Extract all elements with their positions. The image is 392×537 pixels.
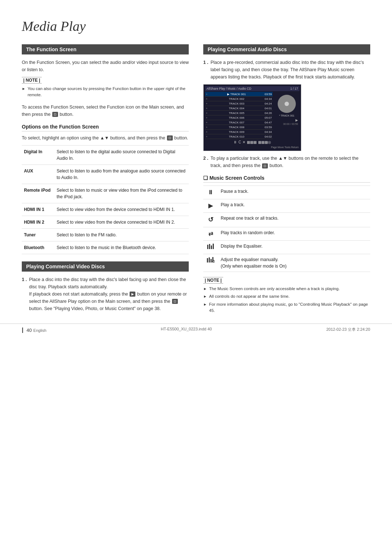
control-pause-icon: ⏸ — [233, 140, 237, 144]
track-name: TRACK 010 — [229, 135, 244, 138]
track-add-icon: + — [206, 107, 208, 110]
function-screen-header: The Function Screen — [22, 44, 189, 54]
control-desc-play: Play a track. — [218, 199, 370, 213]
track-name: TRACK 007 — [229, 121, 244, 124]
track-row: + TRACK 010 04:02 — [205, 134, 273, 139]
track-add-icon: + — [206, 97, 208, 101]
track-row: + TRACK 008 03:59 — [205, 125, 273, 130]
page-number-block: | 40 English — [22, 327, 46, 333]
option-label-hdmi2: HDMI IN 2 — [22, 216, 54, 228]
svg-rect-4 — [207, 258, 208, 263]
track-time: 04:02 — [265, 135, 272, 138]
svg-rect-6 — [211, 259, 212, 263]
table-row: ⏸ Pause a track. — [203, 186, 370, 199]
track-row: + TRACK 002 04:34 — [205, 97, 273, 101]
function-button-icon: ⊡ — [52, 112, 58, 117]
option-label-remote-ipod: Remote iPod — [22, 184, 54, 203]
track-row: + TRACK 007 04:47 — [205, 120, 273, 125]
control-desc-eq: Display the Equaliser. — [218, 241, 370, 254]
list-item: 1 . Place a pre-recorded, commercial aud… — [203, 59, 370, 81]
track-time: 04:47 — [265, 121, 272, 124]
function-screen-body: To access the Function Screen, select th… — [22, 103, 189, 118]
track-name: ▶ TRACK 001 — [227, 93, 246, 96]
option-label-bluetooth: Bluetooth — [22, 241, 54, 254]
audio-discs-steps: 1 . Place a pre-recorded, commercial aud… — [203, 59, 370, 81]
table-row: Digital In Select to listen to the digit… — [22, 145, 189, 164]
page-lang: English — [33, 328, 46, 333]
option-desc-aux: Select to listen to audio from the analo… — [54, 164, 189, 184]
option-label-aux: AUX — [22, 164, 54, 184]
disc-image — [278, 95, 296, 113]
note-item-1: You can also change sources by pressing … — [22, 86, 189, 98]
table-row: Adjust the equaliser manually.(Only when… — [203, 254, 370, 272]
table-row: HDMI IN 1 Select to view video from the … — [22, 203, 189, 216]
allshare-header-left: AllShare Play / Music / Audio CD — [207, 87, 251, 90]
track-add-icon: + — [206, 126, 208, 129]
track-add-icon: + — [206, 135, 208, 138]
page-footer: | 40 English HT-E5500_XU_0223.indd 40 20… — [0, 324, 392, 333]
control-icon-shuffle: ⇄ — [203, 227, 218, 241]
time-display: 00:00 / 03:59 — [275, 123, 298, 125]
table-row: Remote iPod Select to listen to music or… — [22, 184, 189, 203]
control-desc-eq-manual: Adjust the equaliser manually.(Only when… — [218, 254, 370, 272]
svg-rect-3 — [213, 244, 214, 249]
option-label-tuner: Tuner — [22, 228, 54, 241]
track-name: TRACK 006 — [229, 116, 244, 119]
page-title: Media Play — [22, 18, 370, 34]
table-row: Bluetooth Select to listen to the music … — [22, 241, 189, 254]
track-add-icon: + — [206, 111, 208, 115]
allshare-header: AllShare Play / Music / Audio CD 1 / 17 — [205, 86, 299, 91]
track-row: + ▶ TRACK 001 03:59 — [205, 92, 273, 97]
allshare-track-list: + ▶ TRACK 001 03:59 + TRACK 002 04:34 + … — [205, 92, 299, 139]
table-row: ↺ Repeat one track or all tracks. — [203, 213, 370, 227]
option-desc-bluetooth: Select to listen to the music in the Blu… — [54, 241, 189, 254]
allshare-screen: AllShare Play / Music / Audio CD 1 / 17 … — [203, 84, 301, 151]
music-controls-header: ❑ Music Screen Controls — [203, 175, 370, 183]
control-icon-pause: ⏸ — [203, 186, 218, 199]
allshare-controls: ⏸ C ✕ ▦▦▦ ▦▦▦◎ — [205, 139, 299, 145]
track-add-icon: + — [206, 93, 208, 96]
note-item-2b: All controls do not appear at the same t… — [203, 293, 370, 300]
allshare-header-right: 1 / 17 — [290, 87, 298, 90]
control-icon-play: ▶ — [203, 199, 218, 213]
track-name: TRACK 004 — [229, 107, 244, 110]
control-icon-eq — [203, 241, 218, 254]
note-box-1: | NOTE | You can also change sources by … — [22, 77, 189, 98]
print-date: 2012-02-23 오후 2:24:20 — [326, 327, 370, 333]
note-box-2: | NOTE | The Music Screen controls are o… — [203, 277, 370, 314]
option-label-digital-in: Digital In — [22, 145, 54, 164]
options-subsection-header: Options on the Function Screen — [22, 124, 189, 131]
track-time: 04:34 — [265, 97, 272, 101]
audio-step-1-text: Place a pre-recorded, commercial audio d… — [211, 60, 364, 80]
file-ref: HT-E5500_XU_0223.indd 40 — [161, 327, 212, 333]
left-column: The Function Screen On the Function Scre… — [22, 44, 189, 319]
option-desc-tuner: Select to listen to the FM radio. — [54, 228, 189, 241]
list-item: 1 . Place a disc into the disc tray with… — [22, 276, 189, 312]
control-c-icon: C — [238, 140, 241, 144]
play-button-icon-1: ▶ — [130, 292, 135, 297]
audio-discs-header: Playing Commercial Audio Discs — [203, 44, 370, 54]
page-number: | 40 — [22, 327, 33, 333]
video-discs-section: Playing Commercial Video Discs 1 . Place… — [22, 261, 189, 312]
table-row: ⇄ Play tracks in random order. — [203, 227, 370, 241]
control-icon-repeat: ↺ — [203, 213, 218, 227]
ok-button-icon: ⊡ — [167, 135, 173, 141]
track-add-icon: + — [206, 116, 208, 119]
track-time: 04:24 — [265, 102, 272, 105]
video-discs-header: Playing Commercial Video Discs — [22, 261, 189, 272]
music-controls-bullet: ❑ — [203, 175, 209, 181]
right-column: Playing Commercial Audio Discs 1 . Place… — [203, 44, 370, 319]
control-eq-icon: ▦▦▦ — [247, 140, 257, 144]
option-desc-hdmi1: Select to view video from the device con… — [54, 203, 189, 216]
track-time: 04:34 — [265, 130, 272, 134]
track-name: TRACK 008 — [229, 126, 244, 129]
track-row: + TRACK 009 04:34 — [205, 130, 273, 134]
svg-rect-1 — [209, 244, 210, 249]
control-icon-eq-manual — [203, 254, 218, 272]
now-playing-label: * TRACK 001 — [275, 114, 298, 117]
control-desc-pause: Pause a track. — [218, 186, 370, 199]
track-row: + TRACK 004 04:01 — [205, 106, 273, 111]
track-row: + TRACK 006 05:07 — [205, 115, 273, 120]
track-time: 03:59 — [265, 126, 272, 129]
svg-rect-0 — [207, 245, 208, 249]
